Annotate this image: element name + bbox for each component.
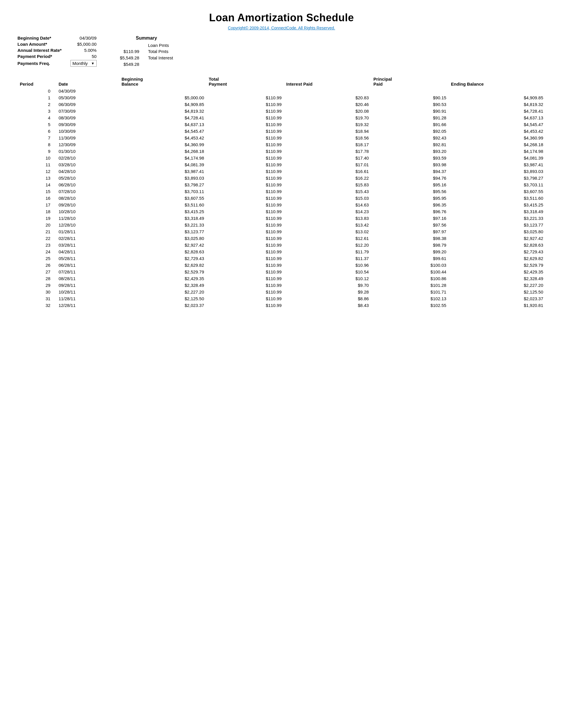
header-ending: Ending Balance [449,75,546,88]
cell-total-payment: $110.99 [207,289,284,295]
cell-ending-balance: $4,174.98 [449,148,546,155]
cell-period: 29 [17,282,56,289]
cell-total-payment: $110.99 [207,255,284,262]
cell-date: 11/30/09 [56,135,119,141]
table-row: 22 02/28/11 $3,025.80 $110.99 $12.61 $98… [17,235,546,242]
cell-beg-balance: $4,081.39 [119,161,207,168]
table-row: 19 11/28/10 $3,318.49 $110.99 $13.83 $97… [17,215,546,222]
cell-interest: $17.78 [284,148,371,155]
payments-freq-dropdown[interactable]: Monthly ▼ [70,60,97,67]
cell-period: 14 [17,181,56,188]
cell-date: 04/28/11 [56,248,119,255]
total-pmts-value: $5,549.28 [120,55,140,60]
cell-period: 10 [17,155,56,161]
cell-principal: $94.37 [371,168,449,175]
loan-amount-value: $5,000.00 [70,42,97,47]
cell-date: 12/30/09 [56,141,119,148]
cell-beg-balance: $2,125.50 [119,295,207,302]
cell-ending-balance: $4,909.85 [449,94,546,101]
table-row: 0 04/30/09 [17,88,546,94]
cell-date: 04/30/09 [56,88,119,94]
cell-total-payment: $110.99 [207,302,284,309]
cell-beg-balance: $4,268.18 [119,148,207,155]
header-period: Period [17,75,56,88]
table-row: 15 07/28/10 $3,703.11 $110.99 $15.43 $95… [17,188,546,195]
cell-interest: $13.83 [284,215,371,222]
cell-ending-balance: $2,023.37 [449,295,546,302]
cell-beg-balance: $3,221.33 [119,222,207,228]
cell-ending-balance: $3,511.60 [449,195,546,202]
annual-rate-value: 5.00% [70,48,97,53]
cell-date: 12/28/11 [56,302,119,309]
cell-period: 0 [17,88,56,94]
table-row: 11 03/28/10 $4,081.39 $110.99 $17.01 $93… [17,161,546,168]
cell-principal: $95.16 [371,181,449,188]
cell-date: 10/30/09 [56,128,119,135]
cell-total-payment: $110.99 [207,101,284,108]
cell-ending-balance: $3,703.11 [449,181,546,188]
table-row: 14 06/28/10 $3,798.27 $110.99 $15.83 $95… [17,181,546,188]
cell-total-payment: $110.99 [207,215,284,222]
cell-principal: $93.20 [371,148,449,155]
cell-principal: $95.56 [371,188,449,195]
cell-interest: $10.54 [284,268,371,275]
cell-beg-balance: $4,909.85 [119,101,207,108]
table-row: 5 09/30/09 $4,637.13 $110.99 $19.32 $91.… [17,121,546,128]
cell-date: 02/28/10 [56,155,119,161]
total-pmts-label: Total Pmts [148,49,173,54]
cell-total-payment: $110.99 [207,155,284,161]
cell-date: 07/28/10 [56,188,119,195]
cell-period: 7 [17,135,56,141]
cell-principal: $98.38 [371,235,449,242]
cell-principal: $100.86 [371,275,449,282]
cell-principal: $98.79 [371,242,449,248]
cell-beg-balance: $2,828.63 [119,248,207,255]
cell-period: 15 [17,188,56,195]
cell-date: 11/28/11 [56,295,119,302]
cell-beg-balance: $4,728.41 [119,114,207,121]
cell-beg-balance: $2,227.20 [119,289,207,295]
cell-beg-balance: $2,429.35 [119,275,207,282]
cell-ending-balance: $3,607.55 [449,188,546,195]
cell-date: 12/28/10 [56,222,119,228]
cell-interest: $16.22 [284,175,371,181]
table-row: 31 11/28/11 $2,125.50 $110.99 $8.86 $102… [17,295,546,302]
summary-title: Summary [120,36,173,41]
cell-total-payment: $110.99 [207,248,284,255]
table-row: 2 06/30/09 $4,909.85 $110.99 $20.46 $90.… [17,101,546,108]
cell-beg-balance: $4,819.32 [119,108,207,114]
cell-total-payment: $110.99 [207,135,284,141]
cell-date: 06/28/11 [56,262,119,268]
table-row: 18 10/28/10 $3,415.25 $110.99 $14.23 $96… [17,208,546,215]
cell-total-payment: $110.99 [207,235,284,242]
cell-total-payment: $110.99 [207,228,284,235]
cell-beg-balance: $5,000.00 [119,94,207,101]
cell-principal: $90.53 [371,101,449,108]
cell-period: 28 [17,275,56,282]
cell-total-payment: $110.99 [207,295,284,302]
cell-period: 19 [17,215,56,222]
table-row: 27 07/28/11 $2,529.79 $110.99 $10.54 $10… [17,268,546,275]
cell-period: 17 [17,202,56,208]
cell-date: 05/30/09 [56,94,119,101]
table-row: 30 10/28/11 $2,227.20 $110.99 $9.28 $101… [17,289,546,295]
cell-beg-balance: $3,607.55 [119,195,207,202]
cell-interest: $13.02 [284,228,371,235]
cell-interest: $18.17 [284,141,371,148]
cell-date: 09/28/10 [56,202,119,208]
cell-ending-balance: $3,123.77 [449,222,546,228]
cell-interest: $13.42 [284,222,371,228]
table-row: 25 05/28/11 $2,729.43 $110.99 $11.37 $99… [17,255,546,262]
cell-principal: $99.61 [371,255,449,262]
cell-beg-balance: $4,453.42 [119,135,207,141]
beginning-date-label: Beginning Date* [17,36,62,40]
table-row: 21 01/28/11 $3,123.77 $110.99 $13.02 $97… [17,228,546,235]
cell-ending-balance: $2,529.79 [449,262,546,268]
cell-interest: $15.03 [284,195,371,202]
cell-principal: $90.91 [371,108,449,114]
copyright-line[interactable]: Copyright© 2009-2014, ConnectCode. All R… [17,26,546,30]
cell-date: 10/28/10 [56,208,119,215]
table-row: 29 09/28/11 $2,328.49 $110.99 $9.70 $101… [17,282,546,289]
cell-principal: $90.15 [371,94,449,101]
cell-date: 03/28/10 [56,161,119,168]
